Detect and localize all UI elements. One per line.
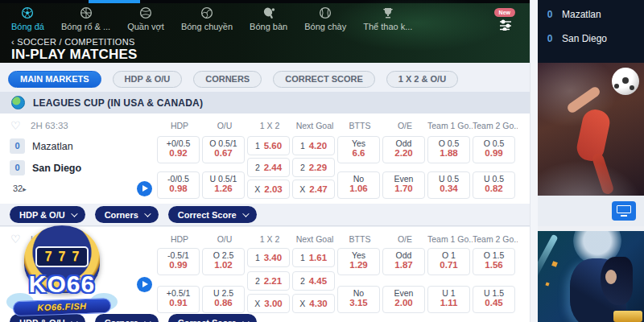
play-stream-button[interactable] bbox=[137, 181, 152, 196]
sports-nav-item[interactable]: Quần vợt bbox=[127, 6, 164, 31]
more-markets-link[interactable]: 32▸ bbox=[13, 184, 27, 193]
odds-cell[interactable]: 11.61 bbox=[292, 248, 335, 267]
odds-cell[interactable]: No3.15 bbox=[337, 286, 380, 313]
odds-value: 2.44 bbox=[264, 163, 282, 172]
odds-grid: -0.5/10.99+0.5/10.91O 2.51.02U 2.50.8613… bbox=[157, 248, 518, 313]
odds-cell[interactable]: 13.40 bbox=[247, 248, 290, 267]
odds-column: Odd1.87Even2.00 bbox=[382, 248, 427, 313]
odds-cell[interactable]: X2.47 bbox=[292, 180, 335, 199]
odds-cell[interactable]: 14.20 bbox=[292, 136, 335, 155]
odds-value: 0.98 bbox=[158, 184, 199, 193]
odds-cell[interactable]: U 0.50.82 bbox=[473, 171, 515, 199]
promo-banner[interactable] bbox=[538, 231, 644, 322]
sports-nav-item[interactable]: Bóng rổ & ... bbox=[61, 6, 110, 31]
sports-nav-item[interactable]: Bóng đá bbox=[11, 6, 44, 31]
market-tab-1-x-2-o-u[interactable]: 1 X 2 & O/U bbox=[386, 71, 458, 88]
odds-cell[interactable]: -0.5/10.99 bbox=[157, 248, 200, 275]
odds-cell[interactable]: U 11.11 bbox=[427, 286, 470, 313]
odds-cell[interactable]: 22.44 bbox=[247, 158, 290, 177]
sub-market-pill-hdp-o-u[interactable]: HDP & O/U bbox=[10, 206, 85, 223]
live-stream-preview[interactable] bbox=[538, 63, 644, 196]
odds-cell[interactable]: U 0.50.34 bbox=[427, 171, 470, 199]
odds-cell[interactable]: Odd1.87 bbox=[382, 248, 425, 275]
page-title: IN-PLAY MATCHES bbox=[11, 47, 138, 63]
odds-value: 1.06 bbox=[338, 184, 379, 193]
odds-label: Odd bbox=[383, 250, 424, 260]
smoke-effect bbox=[538, 160, 644, 196]
odds-cell[interactable]: +0/0.50.92 bbox=[157, 136, 200, 163]
odds-cell[interactable]: O 10.71 bbox=[427, 248, 470, 275]
odds-label: 2 bbox=[255, 163, 260, 172]
odds-cell[interactable]: 24.45 bbox=[292, 271, 335, 291]
odds-label: U 0.5 bbox=[473, 174, 514, 184]
odds-cell[interactable]: U 0.5/11.26 bbox=[202, 171, 245, 199]
favorite-heart-icon[interactable]: ♡ bbox=[10, 120, 21, 131]
sub-market-pill-correct-score[interactable]: Correct Score bbox=[168, 206, 257, 223]
odds-column-header: Next Goal bbox=[292, 121, 337, 130]
play-stream-button[interactable] bbox=[137, 277, 152, 292]
odds-label: X bbox=[299, 184, 305, 194]
soccer-icon bbox=[21, 6, 34, 19]
filter-sliders-icon[interactable] bbox=[499, 19, 512, 34]
odds-cell[interactable]: O 1.51.56 bbox=[473, 248, 515, 275]
odds-value: 1.56 bbox=[473, 260, 514, 270]
odds-label: 1 bbox=[300, 253, 305, 262]
odds-cell[interactable]: No1.06 bbox=[337, 171, 380, 199]
odds-cell[interactable]: 15.60 bbox=[247, 136, 290, 155]
market-tab-correct-score[interactable]: CORRECT SCORE bbox=[273, 71, 375, 88]
odds-value: 2.21 bbox=[264, 276, 282, 286]
market-tab-hdp-o-u[interactable]: HDP & O/U bbox=[113, 71, 183, 88]
odds-cell[interactable]: O 0.50.99 bbox=[473, 136, 515, 163]
odds-value: 2.47 bbox=[309, 184, 327, 194]
odds-value: 0.86 bbox=[203, 298, 244, 308]
market-tab-main-markets[interactable]: MAIN MARKETS bbox=[8, 71, 101, 88]
odds-label: O 1 bbox=[428, 250, 469, 260]
odds-cell[interactable]: Even2.00 bbox=[382, 286, 425, 313]
odds-cell[interactable]: Yes1.29 bbox=[337, 248, 380, 275]
sub-market-pill-label: Corners bbox=[105, 210, 138, 220]
odds-cell[interactable]: Odd2.20 bbox=[382, 136, 425, 163]
odds-cell[interactable]: U 2.50.86 bbox=[202, 286, 245, 313]
odds-cell[interactable]: 22.21 bbox=[247, 271, 290, 291]
sports-nav-item[interactable]: Thể thao k... bbox=[363, 6, 412, 31]
sub-market-pill-correct-score[interactable]: Correct Score bbox=[168, 314, 257, 322]
odds-cell[interactable]: O 2.51.02 bbox=[202, 248, 245, 275]
sub-market-pill-hdp-o-u[interactable]: HDP & O/U bbox=[10, 314, 85, 322]
odds-column-header: Team 1 Go... bbox=[427, 234, 473, 244]
sports-nav-label: Bóng rổ & ... bbox=[61, 22, 110, 31]
sports-nav-item[interactable]: Bóng bàn bbox=[250, 6, 287, 31]
odds-cell[interactable]: 22.29 bbox=[292, 158, 335, 177]
sports-nav-item[interactable]: Bóng chày bbox=[304, 6, 346, 31]
odds-cell[interactable]: -0/0.50.98 bbox=[157, 171, 200, 199]
odds-column: Odd2.20Even1.70 bbox=[382, 136, 427, 199]
sub-market-pills: HDP & O/UCornersCorrect Score bbox=[10, 206, 257, 223]
odds-cell[interactable]: U 1.50.45 bbox=[473, 286, 515, 313]
odds-cell[interactable]: Even1.70 bbox=[382, 171, 425, 199]
odds-cell[interactable]: X3.00 bbox=[247, 294, 290, 313]
page-scrollbar[interactable] bbox=[530, 0, 538, 322]
league-bar[interactable]: LEAGUES CUP (IN USA & CANADA) bbox=[0, 92, 530, 114]
odds-value: 1.87 bbox=[383, 260, 424, 270]
odds-cell[interactable]: X2.03 bbox=[247, 180, 290, 199]
odds-cell[interactable]: Yes6.6 bbox=[337, 136, 380, 163]
odds-cell[interactable]: +0.5/10.91 bbox=[157, 286, 200, 313]
chevron-down-icon bbox=[71, 210, 77, 217]
odds-value: 1.88 bbox=[428, 148, 469, 158]
odds-value: 3.40 bbox=[264, 253, 282, 262]
league-title: LEAGUES CUP (IN USA & CANADA) bbox=[33, 97, 203, 109]
favorite-heart-icon[interactable]: ♡ bbox=[10, 233, 21, 245]
breadcrumb[interactable]: ‹ SOCCER / COMPETITIONS bbox=[11, 37, 135, 47]
odds-cell[interactable]: X4.30 bbox=[292, 294, 335, 313]
odds-column: O 2.51.02U 2.50.86 bbox=[202, 248, 247, 313]
odds-label: 2 bbox=[300, 276, 305, 286]
monitor-icon[interactable] bbox=[612, 201, 636, 221]
sub-market-pill-corners[interactable]: Corners bbox=[95, 206, 159, 223]
odds-cell[interactable]: O 0.5/10.67 bbox=[202, 136, 245, 163]
market-tab-corners[interactable]: CORNERS bbox=[193, 71, 262, 88]
sports-nav-label: Bóng chuyền bbox=[181, 22, 233, 31]
odds-cell[interactable]: O 0.51.88 bbox=[427, 136, 470, 163]
sports-nav-item[interactable]: Bóng chuyền bbox=[181, 6, 233, 31]
scoreboard-row: 0 San Diego bbox=[538, 31, 644, 47]
sub-market-pill-corners[interactable]: Corners bbox=[95, 314, 159, 322]
odds-label: U 0.5 bbox=[428, 174, 469, 184]
